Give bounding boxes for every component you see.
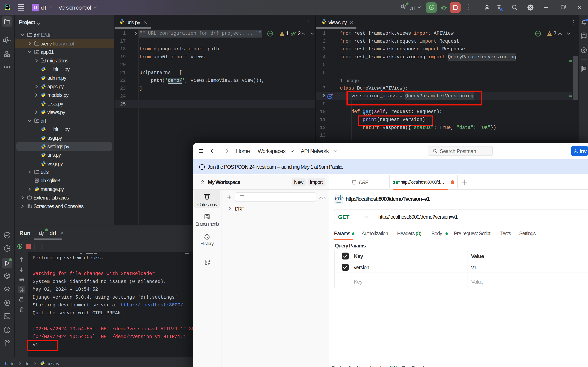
svg-text:A: A	[584, 67, 585, 70]
svg-text:X: X	[582, 48, 585, 52]
svg-text:PC: PC	[6, 6, 8, 8]
svg-text:A: A	[500, 7, 503, 11]
